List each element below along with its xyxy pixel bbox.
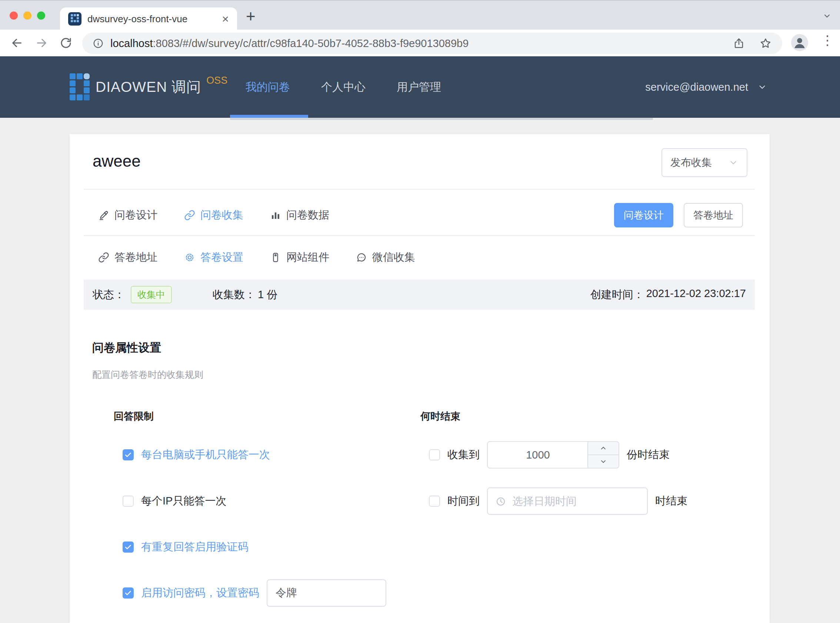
tab-survey-design[interactable]: 问卷设计	[98, 208, 158, 222]
checkbox-unchecked[interactable]	[429, 496, 440, 507]
tab-site-widget[interactable]: 网站组件	[270, 250, 329, 265]
publish-collect-select[interactable]: 发布收集	[662, 148, 747, 177]
user-email: service@diaowen.net	[645, 81, 748, 94]
end-rules-heading: 何时结束	[420, 410, 460, 423]
reload-icon[interactable]	[59, 36, 73, 50]
active-nav-underline	[230, 115, 308, 118]
status-label: 状态：	[93, 287, 125, 302]
option-captcha-on-repeat: 有重复回答启用验证码	[123, 533, 248, 561]
chevron-down-icon	[728, 157, 739, 168]
tab-search-chevron-icon[interactable]	[822, 11, 832, 21]
checkbox-unchecked[interactable]	[429, 449, 440, 460]
collect-count-value: 1 份	[258, 287, 277, 302]
brand-badge: OSS	[206, 75, 227, 86]
survey-design-button[interactable]: 问卷设计	[614, 203, 673, 227]
browser-tab-strip: dwsurvey-oss-front-vue × +	[0, 0, 840, 30]
primary-tabs: 问卷设计 问卷收集 问卷数据	[98, 203, 329, 227]
tab-title: dwsurvey-oss-front-vue	[87, 13, 218, 25]
tag-icon	[270, 252, 281, 263]
bookmark-star-icon[interactable]	[759, 37, 772, 50]
tab-label: 问卷数据	[286, 208, 329, 222]
browser-menu-icon[interactable]: ⋮	[821, 32, 834, 48]
spinner-up-icon[interactable]	[588, 442, 619, 455]
option-label[interactable]: 收集到	[448, 447, 480, 462]
collect-count: 收集数： 1 份	[213, 287, 277, 302]
option-one-per-ip: 每个IP只能答一次	[123, 488, 226, 515]
check-icon	[124, 589, 132, 597]
window-close-button[interactable]	[10, 11, 18, 20]
nav-item-profile-center[interactable]: 个人中心	[305, 56, 381, 118]
tab-survey-data[interactable]: 问卷数据	[270, 208, 329, 222]
forward-icon[interactable]	[35, 36, 48, 50]
tab-answer-url[interactable]: 答卷地址	[98, 250, 158, 265]
site-info-icon[interactable]	[93, 38, 104, 49]
brand-logo[interactable]: DIAOWEN 调问 OSS	[70, 56, 227, 118]
option-label[interactable]: 每台电脑或手机只能答一次	[141, 447, 270, 462]
browser-toolbar: localhost:8083/#/dw/survey/c/attr/c98fa1…	[0, 30, 840, 56]
chat-icon	[356, 252, 367, 263]
gear-icon	[184, 252, 195, 263]
check-icon	[124, 451, 132, 459]
nav-shadow-strip	[230, 118, 653, 120]
created-time: 创建时间： 2021-12-02 23:02:17	[590, 287, 746, 302]
settings-section-title: 问卷属性设置	[92, 340, 161, 356]
back-icon[interactable]	[11, 36, 24, 50]
checkbox-unchecked[interactable]	[123, 496, 134, 507]
checkbox-checked[interactable]	[123, 449, 134, 460]
checkbox-checked[interactable]	[123, 542, 134, 552]
divider	[84, 235, 755, 236]
password-input[interactable]	[267, 579, 386, 607]
link-icon	[98, 252, 109, 263]
datetime-picker-wrap	[487, 488, 648, 515]
collect-count-input-wrap	[487, 441, 619, 468]
tab-label: 网站组件	[286, 250, 329, 265]
pencil-icon	[98, 210, 109, 221]
tab-survey-collect[interactable]: 问卷收集	[184, 208, 243, 222]
user-menu[interactable]: service@diaowen.net	[645, 56, 767, 118]
window-zoom-button[interactable]	[37, 11, 45, 20]
survey-title: aweee	[93, 152, 141, 170]
tab-label: 答卷设置	[200, 250, 243, 265]
status-bar: 状态： 收集中 收集数： 1 份 创建时间： 2021-12-02 23:02:…	[84, 280, 755, 310]
main-nav: 我的问卷 个人中心 用户管理	[230, 56, 457, 118]
option-label[interactable]: 时间到	[448, 494, 480, 509]
datetime-picker-input[interactable]	[488, 488, 647, 514]
nav-item-my-surveys[interactable]: 我的问卷	[230, 56, 305, 118]
status-badge: 收集中	[131, 286, 172, 303]
tab-answer-settings[interactable]: 答卷设置	[184, 250, 243, 265]
option-one-per-device: 每台电脑或手机只能答一次	[123, 441, 270, 468]
tab-label: 微信收集	[372, 250, 415, 265]
secondary-tabs: 答卷地址 答卷设置 网站组件 微信收集	[98, 245, 415, 270]
tab-close-icon[interactable]: ×	[218, 13, 229, 25]
browser-tab[interactable]: dwsurvey-oss-front-vue ×	[60, 8, 237, 31]
option-label[interactable]: 启用访问密码，设置密码	[141, 586, 259, 600]
created-time-value: 2021-12-02 23:02:17	[646, 287, 746, 302]
window-controls	[10, 11, 45, 20]
browser-profile-avatar[interactable]	[791, 34, 808, 51]
link-icon	[184, 210, 195, 221]
tab-wechat-collect[interactable]: 微信收集	[356, 250, 415, 265]
divider	[84, 189, 755, 190]
window-minimize-button[interactable]	[23, 11, 32, 20]
url-path: :8083/#/dw/survey/c/attr/c98fa140-50b7-4…	[153, 37, 469, 49]
survey-card: aweee 发布收集 问卷设计 问卷收集 问卷数据 问卷设计 答卷地址	[70, 134, 769, 623]
settings-section-subtitle: 配置问卷答卷时的收集规则	[92, 368, 203, 381]
brand-name: DIAOWEN 调问	[95, 77, 201, 97]
option-end-by-time: 时间到 时结束	[429, 488, 687, 515]
checkbox-checked[interactable]	[123, 588, 134, 598]
brand-logo-icon	[70, 73, 90, 101]
url-bar[interactable]: localhost:8083/#/dw/survey/c/attr/c98fa1…	[82, 32, 782, 54]
share-icon[interactable]	[733, 37, 745, 50]
tab-label: 问卷收集	[200, 208, 243, 222]
site-favicon-icon	[68, 12, 81, 26]
option-label[interactable]: 有重复回答启用验证码	[141, 540, 248, 554]
answer-limit-heading: 回答限制	[114, 410, 154, 423]
end-count-suffix: 份时结束	[627, 447, 670, 462]
answer-url-button[interactable]: 答卷地址	[684, 203, 743, 227]
new-tab-button[interactable]: +	[246, 8, 256, 25]
spinner-down-icon[interactable]	[588, 455, 619, 468]
publish-collect-value: 发布收集	[670, 156, 712, 170]
nav-item-user-management[interactable]: 用户管理	[381, 56, 457, 118]
tab-label: 问卷设计	[115, 208, 158, 222]
option-label[interactable]: 每个IP只能答一次	[141, 494, 226, 509]
